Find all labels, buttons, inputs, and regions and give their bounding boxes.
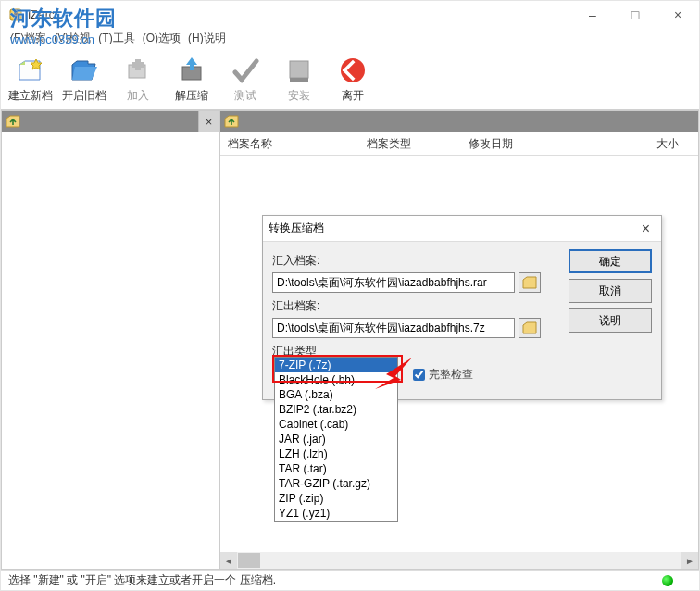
window-title: IZArc <box>28 8 571 21</box>
dialog-titlebar[interactable]: 转换压缩档 × <box>263 216 661 242</box>
type-dropdown-list[interactable]: 7-ZIP (.7z) BlackHole (.bh) BGA (.bza) B… <box>274 357 398 522</box>
toolbar-install: 安装 <box>275 55 323 104</box>
app-icon <box>8 7 23 22</box>
toolbar-extract[interactable]: 解压缩 <box>168 55 216 104</box>
svg-rect-7 <box>290 61 308 78</box>
statusbar: 选择 "新建" 或 "开启" 选项来建立或者开启一个 压缩档. <box>1 570 699 590</box>
toolbar: 建立新档 开启旧档 加入 解压缩 测试 安装 离开 <box>1 47 699 110</box>
col-name[interactable]: 档案名称 <box>220 132 359 155</box>
toolbar-test-label: 测试 <box>234 88 256 104</box>
col-date[interactable]: 修改日期 <box>461 132 628 155</box>
close-button[interactable]: × <box>656 1 699 29</box>
maximize-button[interactable]: □ <box>614 1 656 29</box>
toolbar-new-label: 建立新档 <box>8 88 53 104</box>
help-button[interactable]: 说明 <box>569 308 652 333</box>
integrity-check-label: 完整检查 <box>429 367 473 383</box>
dialog-close-button[interactable]: × <box>636 220 656 237</box>
scroll-left[interactable]: ◄ <box>220 552 237 569</box>
ok-button[interactable]: 确定 <box>569 249 652 273</box>
tree-pane-header: × <box>2 111 219 132</box>
svg-rect-5 <box>132 62 144 68</box>
folder-up-icon[interactable] <box>224 115 239 128</box>
add-icon <box>122 55 154 86</box>
test-icon <box>230 55 261 86</box>
export-input[interactable] <box>272 318 515 338</box>
integrity-check[interactable]: 完整检查 <box>413 367 473 383</box>
toolbar-open-label: 开启旧档 <box>62 88 106 104</box>
status-text: 选择 "新建" 或 "开启" 选项来建立或者开启一个 压缩档. <box>8 572 276 588</box>
open-icon <box>69 55 100 86</box>
dropdown-option[interactable]: TAR-GZIP (.tar.gz) <box>275 476 397 491</box>
menu-tool[interactable]: (T)工具 <box>96 30 136 47</box>
toolbar-new[interactable]: 建立新档 <box>6 55 55 104</box>
toolbar-test: 测试 <box>221 55 269 104</box>
col-type[interactable]: 档案类型 <box>359 132 461 155</box>
integrity-checkbox[interactable] <box>413 369 425 381</box>
dropdown-option[interactable]: BlackHole (.bh) <box>275 372 397 387</box>
scroll-thumb[interactable] <box>238 553 260 568</box>
dropdown-option[interactable]: 7-ZIP (.7z) <box>275 358 397 372</box>
import-input[interactable] <box>272 272 515 293</box>
horizontal-scrollbar[interactable]: ◄ ► <box>220 552 698 569</box>
folder-up-icon[interactable] <box>6 115 20 128</box>
menu-view[interactable]: (V)检视 <box>52 30 93 47</box>
toolbar-exit[interactable]: 离开 <box>329 55 377 104</box>
tree-pane-close[interactable]: × <box>198 111 219 132</box>
dropdown-option[interactable]: ZIP (.zip) <box>275 491 397 506</box>
toolbar-extract-label: 解压缩 <box>175 88 208 104</box>
import-label: 汇入档案: <box>272 253 541 269</box>
column-headers[interactable]: 档案名称 档案类型 修改日期 大小 <box>220 132 698 156</box>
minimize-button[interactable]: – <box>571 1 614 29</box>
extract-icon <box>176 55 207 86</box>
titlebar: IZArc – □ × <box>1 1 699 29</box>
new-icon <box>15 55 46 86</box>
toolbar-add: 加入 <box>114 55 162 104</box>
status-indicator-icon <box>662 575 673 586</box>
cancel-button[interactable]: 取消 <box>569 279 652 303</box>
menu-help[interactable]: (H)说明 <box>186 30 228 47</box>
toolbar-open[interactable]: 开启旧档 <box>60 55 108 104</box>
dropdown-option[interactable]: TAR (.tar) <box>275 461 397 476</box>
svg-rect-1 <box>14 9 18 20</box>
toolbar-add-label: 加入 <box>127 88 149 104</box>
export-label: 汇出档案: <box>272 298 541 314</box>
menu-option[interactable]: (O)选项 <box>141 30 182 47</box>
dropdown-option[interactable]: BGA (.bza) <box>275 387 397 402</box>
file-pane-header <box>220 111 698 132</box>
menubar: (F)档案 (V)检视 (T)工具 (O)选项 (H)说明 <box>1 29 699 47</box>
col-size[interactable]: 大小 <box>628 132 698 155</box>
toolbar-install-label: 安装 <box>288 88 310 104</box>
browse-export-button[interactable] <box>519 318 541 338</box>
install-icon <box>283 55 315 86</box>
scroll-right[interactable]: ► <box>681 552 698 569</box>
dropdown-option[interactable]: Cabinet (.cab) <box>275 417 397 432</box>
exit-icon <box>337 55 369 86</box>
dialog-title: 转换压缩档 <box>269 220 324 236</box>
svg-rect-8 <box>290 78 308 82</box>
dropdown-option[interactable]: LZH (.lzh) <box>275 446 397 461</box>
dropdown-option[interactable]: BZIP2 (.tar.bz2) <box>275 402 397 417</box>
toolbar-exit-label: 离开 <box>342 88 364 104</box>
dropdown-option[interactable]: JAR (.jar) <box>275 432 397 446</box>
browse-import-button[interactable] <box>519 272 541 293</box>
menu-file[interactable]: (F)档案 <box>8 30 48 47</box>
tree-pane: × <box>1 110 219 570</box>
dropdown-option[interactable]: YZ1 (.yz1) <box>275 506 397 521</box>
